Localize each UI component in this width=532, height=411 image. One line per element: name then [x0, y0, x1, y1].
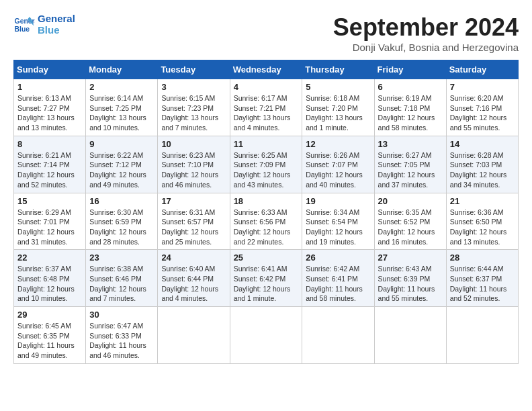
- calendar-cell: 24Sunrise: 6:40 AM Sunset: 6:44 PM Dayli…: [158, 250, 230, 307]
- col-header-saturday: Saturday: [446, 60, 518, 79]
- title-block: September 2024 Donji Vakuf, Bosnia and H…: [333, 13, 519, 53]
- day-info: Sunrise: 6:47 AM Sunset: 6:33 PM Dayligh…: [89, 321, 154, 361]
- calendar-cell: [230, 307, 302, 364]
- day-info: Sunrise: 6:21 AM Sunset: 7:14 PM Dayligh…: [17, 150, 82, 190]
- calendar-cell: 9Sunrise: 6:22 AM Sunset: 7:12 PM Daylig…: [86, 136, 158, 193]
- logo-line2: Blue: [38, 25, 75, 36]
- calendar-cell: 15Sunrise: 6:29 AM Sunset: 7:01 PM Dayli…: [14, 193, 86, 250]
- day-info: Sunrise: 6:45 AM Sunset: 6:35 PM Dayligh…: [17, 321, 82, 361]
- calendar-cell: 14Sunrise: 6:28 AM Sunset: 7:03 PM Dayli…: [446, 136, 518, 193]
- calendar-cell: 18Sunrise: 6:33 AM Sunset: 6:56 PM Dayli…: [230, 193, 302, 250]
- day-number: 18: [234, 196, 299, 206]
- calendar-cell: 3Sunrise: 6:15 AM Sunset: 7:23 PM Daylig…: [158, 79, 230, 136]
- day-number: 10: [161, 139, 226, 149]
- day-number: 9: [89, 139, 154, 149]
- calendar-cell: 8Sunrise: 6:21 AM Sunset: 7:14 PM Daylig…: [14, 136, 86, 193]
- day-number: 4: [234, 82, 299, 92]
- calendar-cell: 6Sunrise: 6:19 AM Sunset: 7:18 PM Daylig…: [374, 79, 446, 136]
- day-info: Sunrise: 6:18 AM Sunset: 7:20 PM Dayligh…: [306, 93, 370, 133]
- day-info: Sunrise: 6:40 AM Sunset: 6:44 PM Dayligh…: [161, 264, 226, 304]
- day-info: Sunrise: 6:23 AM Sunset: 7:10 PM Dayligh…: [161, 150, 226, 190]
- day-info: Sunrise: 6:22 AM Sunset: 7:12 PM Dayligh…: [89, 150, 154, 190]
- calendar-cell: 4Sunrise: 6:17 AM Sunset: 7:21 PM Daylig…: [230, 79, 302, 136]
- day-number: 3: [161, 82, 226, 92]
- col-header-thursday: Thursday: [302, 60, 374, 79]
- day-info: Sunrise: 6:38 AM Sunset: 6:46 PM Dayligh…: [89, 264, 154, 304]
- day-number: 15: [17, 196, 82, 206]
- calendar-cell: 26Sunrise: 6:42 AM Sunset: 6:41 PM Dayli…: [302, 250, 374, 307]
- day-number: 25: [234, 253, 299, 263]
- month-title: September 2024: [333, 13, 519, 42]
- day-number: 26: [306, 253, 370, 263]
- day-info: Sunrise: 6:41 AM Sunset: 6:42 PM Dayligh…: [234, 264, 299, 304]
- logo-line1: General: [38, 13, 75, 25]
- calendar-cell: 25Sunrise: 6:41 AM Sunset: 6:42 PM Dayli…: [230, 250, 302, 307]
- day-info: Sunrise: 6:34 AM Sunset: 6:54 PM Dayligh…: [306, 208, 370, 247]
- calendar-cell: 5Sunrise: 6:18 AM Sunset: 7:20 PM Daylig…: [302, 79, 374, 136]
- calendar-cell: 13Sunrise: 6:27 AM Sunset: 7:05 PM Dayli…: [374, 136, 446, 193]
- day-number: 13: [378, 139, 443, 149]
- calendar-cell: [158, 307, 230, 364]
- calendar-cell: 30Sunrise: 6:47 AM Sunset: 6:33 PM Dayli…: [86, 307, 158, 364]
- day-info: Sunrise: 6:19 AM Sunset: 7:18 PM Dayligh…: [378, 93, 443, 133]
- day-number: 11: [234, 139, 299, 149]
- calendar-cell: 1Sunrise: 6:13 AM Sunset: 7:27 PM Daylig…: [14, 79, 86, 136]
- col-header-monday: Monday: [86, 60, 158, 79]
- day-info: Sunrise: 6:35 AM Sunset: 6:52 PM Dayligh…: [378, 208, 443, 247]
- calendar-cell: 19Sunrise: 6:34 AM Sunset: 6:54 PM Dayli…: [302, 193, 374, 250]
- calendar-cell: 27Sunrise: 6:43 AM Sunset: 6:39 PM Dayli…: [374, 250, 446, 307]
- day-info: Sunrise: 6:17 AM Sunset: 7:21 PM Dayligh…: [234, 93, 299, 133]
- calendar-cell: 11Sunrise: 6:25 AM Sunset: 7:09 PM Dayli…: [230, 136, 302, 193]
- day-number: 12: [306, 139, 370, 149]
- day-info: Sunrise: 6:31 AM Sunset: 6:57 PM Dayligh…: [161, 208, 226, 247]
- svg-text:Blue: Blue: [15, 25, 30, 32]
- calendar-cell: 12Sunrise: 6:26 AM Sunset: 7:07 PM Dayli…: [302, 136, 374, 193]
- day-number: 17: [161, 196, 226, 206]
- day-number: 16: [89, 196, 154, 206]
- day-number: 8: [17, 139, 82, 149]
- calendar-cell: 23Sunrise: 6:38 AM Sunset: 6:46 PM Dayli…: [86, 250, 158, 307]
- day-info: Sunrise: 6:36 AM Sunset: 6:50 PM Dayligh…: [450, 208, 515, 247]
- calendar-cell: 20Sunrise: 6:35 AM Sunset: 6:52 PM Dayli…: [374, 193, 446, 250]
- day-number: 28: [450, 253, 515, 263]
- day-number: 27: [378, 253, 443, 263]
- day-info: Sunrise: 6:44 AM Sunset: 6:37 PM Dayligh…: [450, 264, 515, 304]
- day-number: 30: [89, 310, 154, 320]
- calendar-cell: [446, 307, 518, 364]
- day-info: Sunrise: 6:28 AM Sunset: 7:03 PM Dayligh…: [450, 150, 515, 190]
- day-number: 7: [450, 82, 515, 92]
- logo: General Blue General Blue: [13, 13, 75, 36]
- day-info: Sunrise: 6:29 AM Sunset: 7:01 PM Dayligh…: [17, 208, 82, 247]
- day-number: 1: [17, 82, 82, 92]
- day-info: Sunrise: 6:15 AM Sunset: 7:23 PM Dayligh…: [161, 93, 226, 133]
- col-header-sunday: Sunday: [14, 60, 86, 79]
- day-info: Sunrise: 6:30 AM Sunset: 6:59 PM Dayligh…: [89, 208, 154, 247]
- day-number: 6: [378, 82, 443, 92]
- calendar-cell: 17Sunrise: 6:31 AM Sunset: 6:57 PM Dayli…: [158, 193, 230, 250]
- day-info: Sunrise: 6:25 AM Sunset: 7:09 PM Dayligh…: [234, 150, 299, 190]
- page-header: General Blue General Blue September 2024…: [13, 13, 519, 53]
- calendar-cell: 16Sunrise: 6:30 AM Sunset: 6:59 PM Dayli…: [86, 193, 158, 250]
- calendar-cell: [374, 307, 446, 364]
- day-number: 14: [450, 139, 515, 149]
- col-header-friday: Friday: [374, 60, 446, 79]
- location-subtitle: Donji Vakuf, Bosnia and Herzegovina: [333, 42, 519, 53]
- calendar-cell: 29Sunrise: 6:45 AM Sunset: 6:35 PM Dayli…: [14, 307, 86, 364]
- calendar-cell: [302, 307, 374, 364]
- calendar-cell: 7Sunrise: 6:20 AM Sunset: 7:16 PM Daylig…: [446, 79, 518, 136]
- day-info: Sunrise: 6:26 AM Sunset: 7:07 PM Dayligh…: [306, 150, 370, 190]
- calendar-cell: 22Sunrise: 6:37 AM Sunset: 6:48 PM Dayli…: [14, 250, 86, 307]
- calendar-cell: 2Sunrise: 6:14 AM Sunset: 7:25 PM Daylig…: [86, 79, 158, 136]
- logo-icon: General Blue: [13, 14, 35, 36]
- day-number: 20: [378, 196, 443, 206]
- day-info: Sunrise: 6:14 AM Sunset: 7:25 PM Dayligh…: [89, 93, 154, 133]
- calendar-table: SundayMondayTuesdayWednesdayThursdayFrid…: [13, 60, 519, 364]
- day-number: 24: [161, 253, 226, 263]
- day-info: Sunrise: 6:37 AM Sunset: 6:48 PM Dayligh…: [17, 264, 82, 304]
- day-number: 21: [450, 196, 515, 206]
- day-number: 22: [17, 253, 82, 263]
- day-info: Sunrise: 6:20 AM Sunset: 7:16 PM Dayligh…: [450, 93, 515, 133]
- calendar-cell: 21Sunrise: 6:36 AM Sunset: 6:50 PM Dayli…: [446, 193, 518, 250]
- day-info: Sunrise: 6:13 AM Sunset: 7:27 PM Dayligh…: [17, 93, 82, 133]
- day-number: 5: [306, 82, 370, 92]
